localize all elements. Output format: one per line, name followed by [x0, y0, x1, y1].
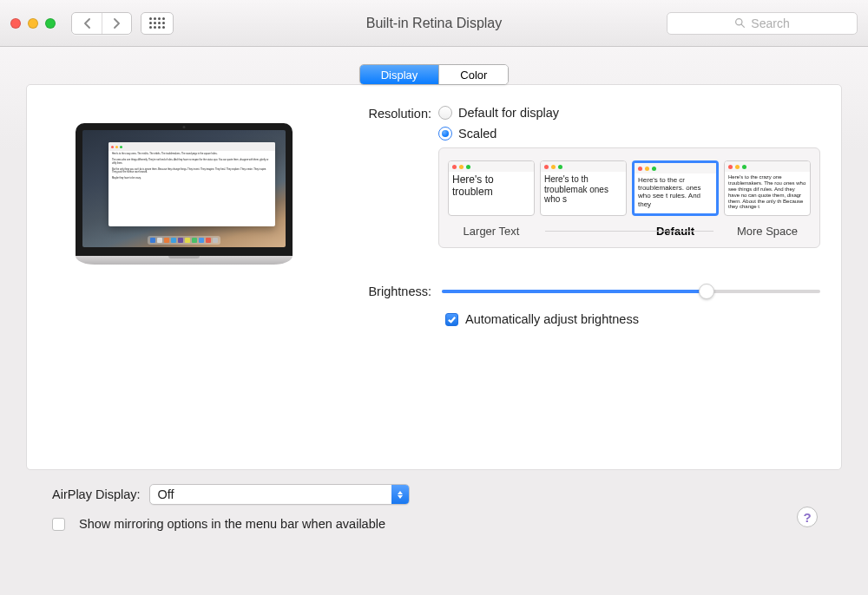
preview-text: Here's to troublem: [449, 172, 534, 201]
close-window-button[interactable]: [10, 18, 21, 29]
resolution-option-more-space[interactable]: Here's to the crazy one troublemakers. T…: [724, 160, 811, 239]
resolution-caption: Larger Text: [448, 225, 535, 239]
forward-button[interactable]: [102, 13, 131, 34]
settings-panel: Here's to the crazy ones. The misfits. T…: [26, 84, 842, 470]
show-all-prefs-button[interactable]: [141, 12, 174, 35]
airplay-label: AirPlay Display:: [52, 487, 141, 501]
back-button[interactable]: [72, 13, 102, 34]
resolution-option-larger-text[interactable]: Here's to troublem Larger Text: [448, 160, 535, 239]
minimize-window-button[interactable]: [28, 18, 38, 29]
tab-display[interactable]: Display: [360, 65, 439, 84]
zoom-window-button[interactable]: [45, 18, 56, 29]
resolution-caption: More Space: [724, 225, 811, 239]
resolution-option-default[interactable]: Here's to the cr troublemakers. ones who…: [632, 160, 719, 239]
help-button[interactable]: ?: [797, 507, 818, 527]
radio-label: Scaled: [458, 127, 496, 141]
display-illustration: Here's to the crazy ones. The misfits. T…: [49, 106, 319, 435]
window-controls: [10, 18, 56, 29]
help-icon: ?: [803, 510, 811, 525]
resolution-option-mid1[interactable]: Here's to th troublemak ones who s: [540, 160, 627, 239]
brightness-slider[interactable]: [442, 283, 820, 300]
search-placeholder: Search: [751, 16, 789, 30]
tab-group: Display Color: [359, 64, 510, 85]
tab-color[interactable]: Color: [438, 65, 508, 84]
radio-icon: [438, 106, 452, 120]
nav-back-forward: [71, 12, 132, 35]
resolution-caption: Default: [632, 225, 719, 239]
select-stepper-icon: [391, 485, 409, 504]
show-mirroring-checkbox[interactable]: Show mirroring options in the menu bar w…: [52, 517, 816, 531]
resolution-caption: [540, 225, 627, 239]
preview-text: Here's to the crazy one troublemakers. T…: [725, 172, 810, 212]
auto-brightness-label: Automatically adjust brightness: [465, 312, 639, 326]
search-input[interactable]: Search: [667, 12, 858, 35]
window-titlebar: Built-in Retina Display Search: [0, 0, 868, 47]
checkbox-icon: [52, 518, 65, 531]
preview-text: Here's to the cr troublemakers. ones who…: [635, 173, 716, 211]
svg-line-1: [741, 24, 744, 27]
resolution-label: Resolution:: [336, 106, 438, 121]
radio-label: Default for display: [458, 106, 559, 120]
search-icon: [734, 17, 746, 29]
airplay-select[interactable]: Off: [149, 484, 410, 505]
preview-text: Here's to th troublemak ones who s: [541, 172, 626, 207]
radio-icon: [438, 127, 452, 141]
resolution-default-radio[interactable]: Default for display: [438, 106, 820, 120]
mirroring-label: Show mirroring options in the menu bar w…: [79, 517, 385, 531]
airplay-value: Off: [150, 487, 391, 501]
resolution-options: Here's to troublem Larger Text Here's to…: [438, 147, 820, 248]
brightness-label: Brightness:: [336, 284, 438, 298]
auto-brightness-checkbox[interactable]: Automatically adjust brightness: [445, 312, 820, 326]
slider-knob-icon: [699, 284, 714, 299]
resolution-scaled-radio[interactable]: Scaled: [438, 127, 820, 141]
grid-icon: [149, 17, 165, 29]
checkbox-icon: [445, 313, 458, 326]
